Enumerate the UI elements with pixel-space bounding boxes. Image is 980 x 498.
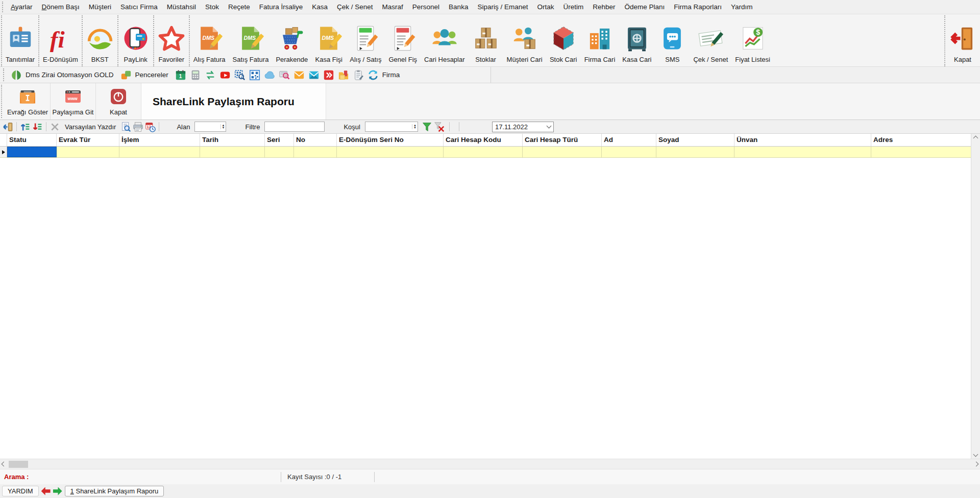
menu-odeme-plani[interactable]: Ödeme Planı (620, 1, 669, 13)
cell[interactable] (444, 147, 523, 157)
menu-yardim[interactable]: Yardım (726, 1, 757, 13)
toolbar-button-fiyat-listesi[interactable]: Fiyat Listesi (731, 15, 774, 66)
mail-blue-icon[interactable] (308, 69, 320, 81)
toolbar-button-e-donusum[interactable]: E-Dönüşüm (38, 15, 82, 66)
menu-ayarlar[interactable]: Ayarlar (6, 1, 37, 13)
menu-fatura-irsaliye[interactable]: Fatura İrsaliye (255, 1, 308, 13)
toolbar-button-stoklar[interactable]: Stoklar (469, 15, 503, 66)
cell[interactable] (265, 147, 294, 157)
clear-sort-icon[interactable] (50, 122, 60, 132)
menu-ortak[interactable]: Ortak (532, 1, 558, 13)
toolbar-button-kasa-cari[interactable]: Kasa Cari (619, 15, 655, 66)
report-date-select[interactable]: 17.11.2022 (492, 122, 554, 132)
toolbar-button-cek-senet[interactable]: Çek / Senet (690, 15, 731, 66)
cloud-icon[interactable] (264, 69, 275, 81)
field-combobox[interactable]: ▲▼ (194, 122, 226, 132)
horizontal-scrollbar[interactable] (0, 459, 980, 469)
nav-forward-icon[interactable] (53, 487, 62, 495)
column-header-tarih[interactable]: Tarih (200, 134, 265, 146)
apply-filter-icon[interactable] (422, 122, 432, 132)
cell[interactable] (294, 147, 337, 157)
toolbar-button-paylink[interactable]: PayLink (117, 15, 153, 66)
calculator-icon[interactable] (190, 69, 201, 81)
nav-back-icon[interactable] (41, 487, 51, 495)
qr-code-icon[interactable] (249, 69, 260, 81)
scroll-down-icon[interactable] (973, 452, 978, 457)
calendar-icon[interactable] (175, 69, 186, 81)
toolbar-button-perakende[interactable]: Perakende (272, 15, 311, 66)
menu-rehber[interactable]: Rehber (588, 1, 620, 13)
toolbar-button-stok-cari[interactable]: Stok Cari (546, 15, 581, 66)
mail-orange-icon[interactable] (293, 69, 305, 81)
cell[interactable] (119, 147, 200, 157)
toolbar-button-bkst[interactable]: BKST (82, 15, 117, 66)
column-header-unvan[interactable]: Ünvan (734, 134, 871, 146)
clipboard-icon[interactable] (353, 69, 364, 81)
menu-kasa[interactable]: Kasa (307, 1, 332, 13)
menu-donem-basi[interactable]: Dönem Başı (37, 1, 84, 13)
filter-input[interactable] (264, 122, 325, 132)
help-button[interactable]: YARDIM (2, 486, 39, 496)
menu-siparis-emanet[interactable]: Sipariş / Emanet (473, 1, 532, 13)
cubes-icon[interactable] (120, 69, 132, 81)
column-header-statu[interactable]: Statu (7, 134, 57, 146)
print-preview-icon[interactable] (120, 122, 131, 132)
toolbar-button-alis-fatura[interactable]: Alış Fatura (189, 15, 229, 66)
cell[interactable] (734, 147, 871, 157)
toolbar-button-kasa-fisi[interactable]: Kasa Fişi (311, 15, 346, 66)
cell[interactable] (871, 147, 971, 157)
vertical-scrollbar[interactable] (971, 134, 980, 459)
toolbar-button-kapat[interactable]: Kapat (944, 15, 980, 66)
toolbar-button-satis-fatura[interactable]: Satış Fatura (229, 15, 273, 66)
menu-uretim[interactable]: Üretim (558, 1, 588, 13)
close-report-button[interactable]: Kapat (96, 83, 141, 120)
menu-banka[interactable]: Banka (444, 1, 473, 13)
column-header-ad[interactable]: Ad (602, 134, 656, 146)
toolbar-button-firma-cari[interactable]: Firma Cari (581, 15, 619, 66)
folder-archive-icon[interactable] (338, 69, 349, 81)
qr-search-icon[interactable] (234, 69, 246, 81)
column-header-soyad[interactable]: Soyad (656, 134, 734, 146)
menu-musteri[interactable]: Müşteri (84, 1, 116, 13)
sort-descending-icon[interactable] (32, 122, 43, 132)
toolbar-button-musteri-cari[interactable]: Müşteri Cari (503, 15, 546, 66)
cell[interactable] (523, 147, 602, 157)
menu-personel[interactable]: Personel (408, 1, 444, 13)
scroll-right-icon[interactable] (974, 462, 979, 467)
exit-grid-icon[interactable] (3, 122, 13, 132)
selected-cell[interactable] (7, 147, 57, 157)
cell[interactable] (656, 147, 734, 157)
sync-icon[interactable] (368, 69, 379, 81)
menu-cek-senet[interactable]: Çek / Senet (332, 1, 378, 13)
scroll-left-icon[interactable] (2, 462, 7, 467)
toolbar-grip[interactable] (1, 85, 4, 118)
menu-masraf[interactable]: Masraf (378, 1, 408, 13)
toolbar-button-genel-fis[interactable]: Genel Fiş (385, 15, 421, 66)
toolbar-grip[interactable] (3, 68, 6, 81)
date-time-icon[interactable] (145, 122, 156, 132)
menu-stok[interactable]: Stok (201, 1, 224, 13)
toolbar-button-cari-hesaplar[interactable]: Cari Hesaplar (421, 15, 468, 66)
toolbar-button-sms[interactable]: SMS (655, 15, 690, 66)
toolbar-button-alis-satis[interactable]: Alış / Satış (346, 15, 385, 66)
cell[interactable] (602, 147, 656, 157)
cell[interactable] (57, 147, 119, 157)
condition-combobox[interactable]: ▲▼ (365, 122, 418, 132)
column-header-evrak-tur[interactable]: Evrak Tür (57, 134, 119, 146)
scroll-up-icon[interactable] (973, 136, 978, 141)
cell[interactable] (337, 147, 444, 157)
spinner-icon[interactable]: ▲▼ (412, 124, 418, 129)
toolbar-button-favoriler[interactable]: Favoriler (153, 15, 189, 66)
badge-icon[interactable] (323, 69, 334, 81)
windows-menu-label[interactable]: Pencereler (135, 71, 168, 79)
show-document-button[interactable]: Evrağı Göster (5, 83, 51, 120)
column-header-adres[interactable]: Adres (871, 134, 971, 146)
default-print-button[interactable]: Varsayılan Yazdır (62, 123, 119, 131)
printer-icon[interactable] (133, 122, 143, 132)
column-header-seri[interactable]: Seri (265, 134, 294, 146)
column-header-cari-hesap-kodu[interactable]: Cari Hesap Kodu (444, 134, 523, 146)
spinner-icon[interactable]: ▲▼ (220, 124, 226, 129)
menu-recete[interactable]: Reçete (224, 1, 255, 13)
video-icon[interactable] (219, 69, 231, 81)
toolbar-grip[interactable] (2, 2, 5, 12)
